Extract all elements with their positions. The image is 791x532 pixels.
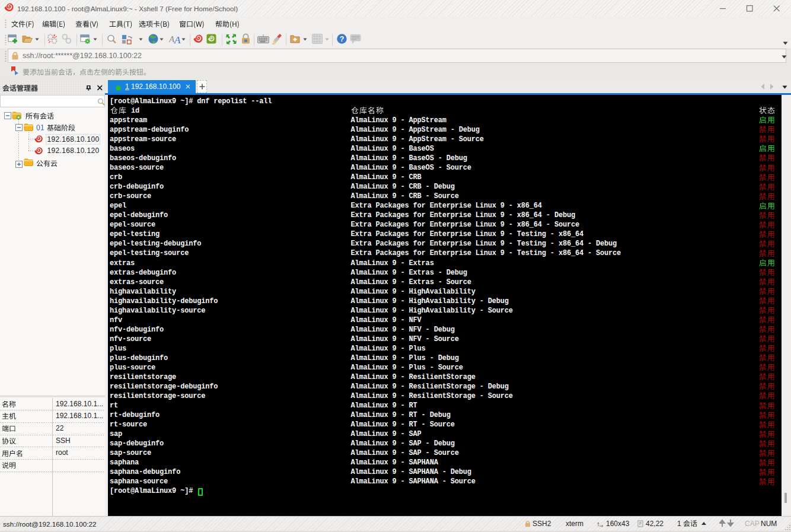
svg-text:?: ? <box>340 35 345 43</box>
svg-text:A: A <box>174 34 181 44</box>
